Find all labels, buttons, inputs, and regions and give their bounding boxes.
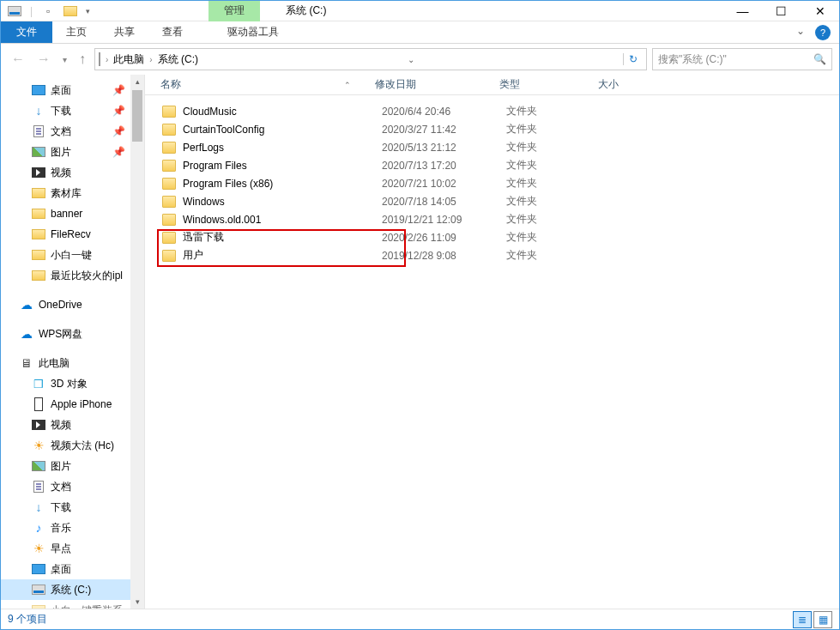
nav-item[interactable]: 图片📌 bbox=[1, 142, 144, 162]
nav-item[interactable]: Apple iPhone bbox=[1, 394, 144, 415]
nav-item[interactable]: 文档 bbox=[1, 476, 144, 497]
file-row[interactable]: PerfLogs2020/5/13 21:12文件夹 bbox=[145, 138, 839, 156]
nav-label: 图片 bbox=[51, 459, 71, 474]
nav-item[interactable]: 最近比较火的ipl bbox=[1, 265, 144, 286]
nav-label: 视频大法 (Hc) bbox=[51, 439, 114, 453]
nav-item[interactable]: 素材库 bbox=[1, 183, 144, 203]
file-row[interactable]: CloudMusic2020/6/4 20:46文件夹 bbox=[145, 102, 839, 120]
nav-label: FileRecv bbox=[51, 228, 91, 240]
file-row[interactable]: Windows2020/7/18 14:05文件夹 bbox=[145, 192, 839, 210]
qat-folder-icon[interactable] bbox=[63, 4, 77, 18]
nav-label: 音乐 bbox=[51, 521, 71, 536]
nav-item[interactable]: 系统 (C:) bbox=[1, 579, 144, 600]
nav-scrollbar[interactable]: ▴ ▾ bbox=[130, 75, 144, 609]
nav-item[interactable]: 桌面📌 bbox=[1, 80, 144, 100]
nav-item[interactable]: 文档📌 bbox=[1, 121, 144, 142]
nav-thispc[interactable]: 🖥此电脑 bbox=[1, 353, 144, 373]
status-bar: 9 个项目 ≣ ▦ bbox=[1, 609, 839, 629]
nav-label: 文档 bbox=[51, 480, 71, 494]
home-tab[interactable]: 主页 bbox=[52, 21, 100, 43]
chevron-right-icon[interactable]: › bbox=[106, 55, 108, 64]
file-row[interactable]: CurtainToolConfig2020/3/27 11:42文件夹 bbox=[145, 120, 839, 138]
nav-item[interactable]: ♪音乐 bbox=[1, 518, 144, 538]
help-button[interactable]: ? bbox=[815, 25, 831, 40]
nav-item[interactable]: FileRecv bbox=[1, 224, 144, 245]
nav-item[interactable]: ↓下载 bbox=[1, 497, 144, 518]
nav-icon bbox=[32, 562, 45, 576]
nav-wps[interactable]: ☁WPS网盘 bbox=[1, 324, 144, 344]
minimize-button[interactable]: — bbox=[723, 2, 762, 21]
large-icons-view-button[interactable]: ▦ bbox=[813, 611, 832, 628]
nav-item[interactable]: 桌面 bbox=[1, 559, 144, 579]
file-row[interactable]: 迅雷下载2020/2/26 11:09文件夹 bbox=[145, 228, 839, 246]
col-label: 名称 bbox=[160, 77, 181, 92]
navigation-row: ← → ▾ ↑ › 此电脑 › 系统 (C:) ⌄ ↻ 搜索"系统 (C:)" … bbox=[1, 44, 839, 75]
scroll-thumb[interactable] bbox=[132, 90, 142, 142]
qat-properties-icon[interactable]: ▫ bbox=[41, 4, 55, 18]
nav-icon bbox=[32, 166, 45, 179]
nav-item[interactable]: ❒3D 对象 bbox=[1, 373, 144, 394]
search-box[interactable]: 搜索"系统 (C:)" 🔍 bbox=[652, 48, 832, 70]
breadcrumb-pc[interactable]: 此电脑 bbox=[113, 52, 144, 67]
search-icon[interactable]: 🔍 bbox=[813, 53, 826, 65]
ribbon-expand-icon[interactable]: ⌄ bbox=[789, 21, 812, 43]
contextual-tab-label[interactable]: 管理 bbox=[208, 0, 260, 21]
nav-item[interactable]: 小白一键 bbox=[1, 245, 144, 265]
nav-item[interactable]: ☀早点 bbox=[1, 538, 144, 559]
recent-dropdown-icon[interactable]: ▾ bbox=[59, 53, 70, 66]
nav-icon bbox=[32, 397, 45, 411]
nav-label: 视频 bbox=[51, 418, 71, 433]
nav-label: Apple iPhone bbox=[51, 398, 112, 410]
refresh-button[interactable]: ↻ bbox=[623, 53, 643, 65]
address-dropdown-icon[interactable]: ⌄ bbox=[404, 55, 418, 64]
window-title: 系统 (C:) bbox=[286, 3, 326, 18]
qat-dropdown-icon[interactable]: ▾ bbox=[86, 7, 90, 15]
nav-icon: ♪ bbox=[32, 521, 45, 535]
drive-icon bbox=[99, 53, 100, 65]
drive-tools-tab[interactable]: 驱动器工具 bbox=[214, 21, 293, 43]
up-button[interactable]: ↑ bbox=[76, 50, 89, 69]
file-row[interactable]: 用户2019/12/28 9:08文件夹 bbox=[145, 246, 839, 264]
details-view-button[interactable]: ≣ bbox=[793, 611, 812, 628]
share-tab[interactable]: 共享 bbox=[100, 21, 148, 43]
chevron-right-icon[interactable]: › bbox=[149, 55, 152, 64]
pin-icon: 📌 bbox=[112, 146, 125, 158]
forward-button[interactable]: → bbox=[33, 50, 54, 69]
col-type[interactable]: 类型 bbox=[496, 77, 595, 92]
nav-item[interactable]: ☀视频大法 (Hc) bbox=[1, 435, 144, 456]
file-date: 2020/2/26 11:09 bbox=[382, 232, 506, 244]
address-bar[interactable]: › 此电脑 › 系统 (C:) ⌄ ↻ bbox=[94, 48, 647, 70]
col-name[interactable]: 名称⌃ bbox=[157, 77, 372, 92]
maximize-button[interactable]: ☐ bbox=[762, 2, 801, 21]
col-size[interactable]: 大小 bbox=[595, 77, 663, 92]
nav-item[interactable]: 视频 bbox=[1, 162, 144, 183]
close-button[interactable]: ✕ bbox=[801, 2, 839, 21]
back-button[interactable]: ← bbox=[8, 50, 28, 69]
file-name: CloudMusic bbox=[183, 106, 382, 118]
window-controls: — ☐ ✕ bbox=[723, 2, 839, 21]
file-row[interactable]: Windows.old.0012019/12/21 12:09文件夹 bbox=[145, 210, 839, 228]
nav-icon: ❒ bbox=[32, 377, 45, 391]
scroll-up-icon[interactable]: ▴ bbox=[130, 75, 144, 88]
nav-item[interactable]: banner bbox=[1, 203, 144, 224]
breadcrumb-drive[interactable]: 系统 (C:) bbox=[158, 52, 198, 67]
nav-label: 桌面 bbox=[51, 83, 71, 98]
nav-item[interactable]: ↓下载📌 bbox=[1, 100, 144, 121]
nav-item[interactable]: 图片 bbox=[1, 456, 144, 476]
nav-label: 素材库 bbox=[51, 186, 82, 201]
file-tab[interactable]: 文件 bbox=[1, 21, 52, 43]
nav-item[interactable]: 视频 bbox=[1, 415, 144, 435]
nav-label: OneDrive bbox=[39, 299, 82, 311]
navigation-pane: 桌面📌↓下载📌文档📌图片📌视频素材库bannerFileRecv小白一键最近比较… bbox=[1, 75, 145, 609]
file-name: Windows bbox=[183, 196, 382, 208]
file-row[interactable]: Program Files2020/7/13 17:20文件夹 bbox=[145, 156, 839, 174]
nav-onedrive[interactable]: ☁OneDrive bbox=[1, 294, 144, 315]
view-tab[interactable]: 查看 bbox=[148, 21, 196, 43]
folder-icon bbox=[162, 196, 176, 208]
nav-item-truncated[interactable]: 小白一键重装系 bbox=[1, 600, 144, 609]
col-date[interactable]: 修改日期 bbox=[372, 77, 496, 92]
pin-icon: 📌 bbox=[112, 125, 125, 137]
scroll-down-icon[interactable]: ▾ bbox=[130, 595, 144, 609]
file-row[interactable]: Program Files (x86)2020/7/21 10:02文件夹 bbox=[145, 174, 839, 192]
nav-label: banner bbox=[51, 208, 82, 220]
